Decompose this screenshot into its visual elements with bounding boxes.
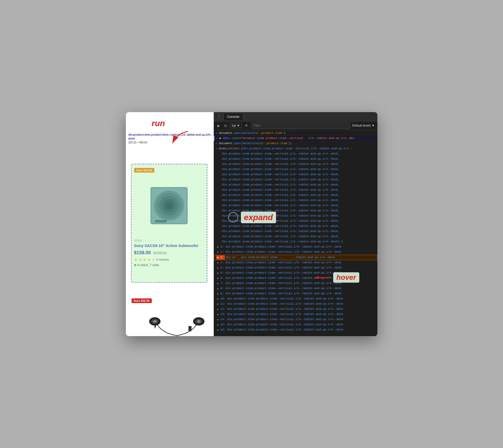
save-badge-2: Save $30.00 [132, 298, 152, 303]
element-dimensions: 225.33 × 460.04 [128, 141, 147, 144]
screenshot-container: run div.product-item.product-item--verti… [126, 112, 377, 336]
indexed-item-16: ▶ 16: div.product-item.product-item--ver… [214, 327, 377, 333]
earphones-svg [141, 307, 213, 336]
expand-arrow-15: ▶ [216, 323, 219, 327]
nodelist-arrow: < [216, 147, 217, 151]
expand-arrow-5: ▶ [216, 271, 219, 275]
chevron-down-icon: ▼ [237, 124, 240, 127]
chevron-down-icon-2: ▼ [372, 124, 375, 127]
devtools-topbar: ⋮ Console [214, 112, 377, 121]
run-arrow-icon [167, 128, 198, 148]
expand-arrow-11: ▶ [216, 302, 219, 306]
nodelist-header: < NodeList(24) [div.product-item.product… [214, 146, 377, 151]
indexed-item-2[interactable]: ▶ 2: div.pr...uct-item.product-item--...… [214, 255, 377, 260]
expand-arrow-6: ▶ [216, 276, 219, 280]
item-2-badge: ▶ 2: [216, 255, 225, 260]
input-arrow-2: > [216, 142, 217, 146]
expand-annotation: expand [228, 212, 276, 223]
nodelist-item-16: div.product-item.product-item--vertical.… [214, 229, 377, 234]
console-line-3: > document.querySelectorAll('.product-it… [214, 141, 377, 146]
context-selector[interactable]: top ▼ [230, 123, 242, 128]
indexed-item-14: ▶ 14: div.product-item.product-item--ver… [214, 317, 377, 322]
nodelist-item-4: div.product-item.product-item--vertical.… [214, 167, 377, 172]
nodelist-item-1: div.product-item.product-item--vertical.… [214, 151, 377, 157]
indexed-item-15: ▶ 15: div.product-item.product-item--ver… [214, 322, 377, 327]
expand-arrow-8: ▶ [216, 287, 219, 291]
expand-arrow-13: ▶ [216, 313, 219, 316]
devtools-toolbar: ▶ ⊘ top ▼ 👁 Default levels ▼ [214, 121, 377, 130]
expand-circle-icon [228, 212, 238, 222]
run-annotation: run [152, 119, 165, 128]
expand-arrow-0: ▶ [216, 245, 219, 249]
nodelist-item-5: div.product-item.product-item--vertical.… [214, 172, 377, 177]
console-line-2: < ▶ <div class="product-item product-ite… [214, 136, 377, 141]
result-arrow-1: < [217, 137, 218, 141]
expand-arrow-14: ▶ [216, 318, 219, 322]
product-image-2 [141, 307, 197, 336]
hover-label: hover [336, 273, 356, 281]
nodelist-item-11: div.product-item.product-item--vertical.… [214, 203, 377, 208]
indexed-item-13: ▶ 13: div.product-item.product-item--ver… [214, 312, 377, 317]
run-script-button[interactable]: ▶ [216, 123, 221, 128]
expand-arrow-12: ▶ [216, 307, 219, 311]
indexed-item-10: ▶ 10: div.product-item.product-item--ver… [214, 296, 377, 302]
run-label: run [152, 119, 165, 128]
menu-dots-icon[interactable]: ⋮ [217, 114, 221, 119]
product-card-2: Save $30.00 [132, 298, 207, 336]
indexed-item-1: ▶ 1: div.product-item.product-item--vert… [214, 250, 377, 255]
eye-icon-button[interactable]: 👁 [244, 123, 249, 128]
nodelist-item-18: div.product-item.product-item--vertical.… [214, 239, 377, 244]
expand-label: expand [244, 213, 273, 222]
indexed-item-12: ▶ 12: div.product-item.product-item--ver… [214, 307, 377, 312]
console-output[interactable]: > document.querySelector('.product-item'… [214, 130, 377, 336]
svg-point-12 [153, 320, 157, 323]
expand-arrow-3: ▶ [216, 261, 219, 265]
devtools-panel: ⋮ Console ▶ ⊘ top ▼ 👁 Default levels ▼ [214, 112, 377, 336]
svg-point-15 [197, 320, 201, 323]
indexed-item-4: ▶ 4: div.product-item.product-item--vert… [214, 265, 377, 271]
nodelist-item-7: div.product-item.product-item--vertical.… [214, 182, 377, 188]
indexed-item-8: ▶ 8: div.product-item.product-item--vert… [214, 286, 377, 291]
svg-rect-16 [188, 326, 192, 331]
clear-button[interactable]: ⊘ [223, 123, 228, 128]
nodelist-item-6: div.product-item.product-item--vertical.… [214, 177, 377, 182]
nodelist-item-9: div.product-item.product-item--vertical.… [214, 193, 377, 198]
expand-arrow-16: ▶ [216, 328, 219, 332]
console-line-1: > document.querySelector('.product-item'… [214, 131, 377, 136]
input-arrow-1: > [216, 132, 217, 135]
expand-arrow-7: ▶ [216, 282, 219, 285]
expand-arrow-9: ▶ [216, 292, 219, 296]
expand-arrow-4: ▶ [216, 266, 219, 270]
default-levels-selector[interactable]: Default levels ▼ [352, 124, 375, 127]
console-tab[interactable]: Console [223, 113, 243, 120]
expand-arrow-1: ▶ [216, 250, 219, 254]
nodelist-item-2: div.product-item.product-item--vertical.… [214, 157, 377, 162]
nodelist-item-10: div.product-item.product-item--vertical.… [214, 198, 377, 203]
indexed-item-3: ▶ 3: div.product-item.product-item--vert… [214, 260, 377, 265]
hover-arrow-icon [313, 274, 331, 281]
svg-marker-17 [316, 276, 318, 279]
indexed-item-9: ▶ 9: div.product-item.product-item--vert… [214, 291, 377, 296]
filter-input[interactable] [251, 122, 350, 129]
nodelist-item-3: div.product-item.product-item--vertical.… [214, 162, 377, 167]
expand-arrow-10: ▶ [216, 297, 219, 301]
nodelist-item-8: div.product-item.product-item--vertical.… [214, 188, 377, 193]
nodelist-item-15: div.product-item.product-item--vertical.… [214, 224, 377, 229]
indexed-item-11: ▶ 11: div.product-item.product-item--ver… [214, 302, 377, 307]
nodelist-item-17: div.product-item.product-item--vertical.… [214, 234, 377, 239]
left-panel: run div.product-item.product-item--verti… [126, 112, 214, 336]
indexed-item-0: ▶ 0: div.product-item.product-item--vert… [214, 244, 377, 250]
product-card-highlight [131, 164, 207, 283]
hover-annotation: hover [313, 272, 359, 283]
